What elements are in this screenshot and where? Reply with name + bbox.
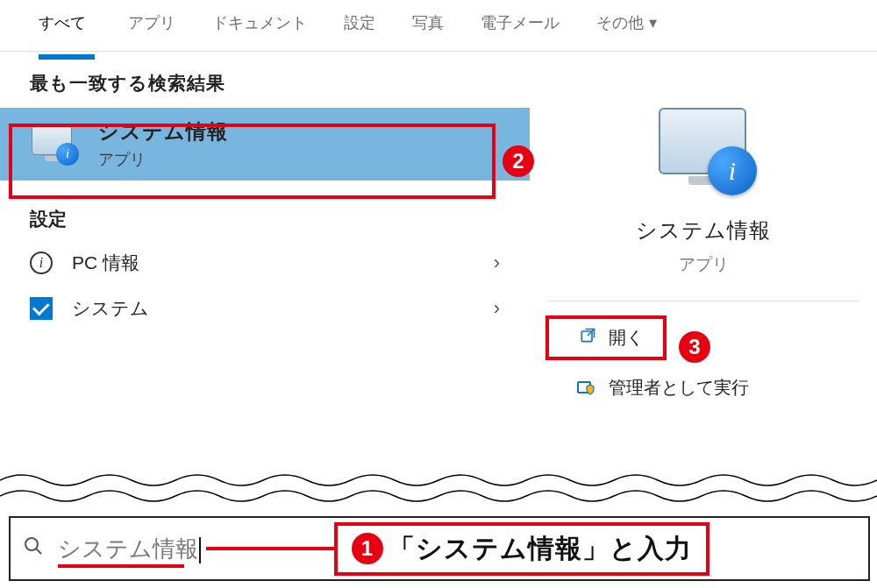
svg-point-2 xyxy=(25,538,38,550)
callout-connector-1 xyxy=(206,547,338,550)
text-caret xyxy=(199,537,201,563)
divider xyxy=(547,301,859,301)
search-icon xyxy=(23,535,44,562)
callout-underline-1 xyxy=(58,564,184,568)
best-match-subtitle: アプリ xyxy=(98,149,228,170)
best-match-item[interactable]: i システム情報 アプリ xyxy=(0,108,530,181)
callout-1: 1 xyxy=(352,533,383,564)
run-as-admin-action[interactable]: 管理者として実行 xyxy=(545,369,877,407)
callout-2: 2 xyxy=(503,145,534,177)
info-icon: i xyxy=(30,251,53,274)
preview-title: システム情報 xyxy=(530,216,877,244)
setting-label: PC 情報 xyxy=(72,251,139,275)
best-match-header: 最も一致する検索結果 xyxy=(0,71,530,108)
settings-header: 設定 xyxy=(0,181,530,240)
setting-item-pc-info[interactable]: i PC 情報 › xyxy=(0,240,530,286)
search-input[interactable]: システム情報 xyxy=(58,534,201,564)
system-info-icon: i xyxy=(30,122,75,167)
open-icon xyxy=(579,327,596,349)
system-info-large-icon: i xyxy=(655,104,752,201)
svg-line-3 xyxy=(36,549,41,554)
search-box[interactable]: システム情報 xyxy=(11,534,201,564)
results-pane: 最も一致する検索結果 i システム情報 アプリ 設定 i PC 情報 › xyxy=(0,52,530,462)
shield-admin-icon xyxy=(575,378,596,399)
open-action[interactable]: 開く xyxy=(545,315,667,360)
setting-label: システム xyxy=(72,296,149,321)
tab-more[interactable]: その他 ▾ xyxy=(596,12,657,49)
chevron-down-icon: ▾ xyxy=(649,13,657,32)
truncation-wave xyxy=(0,470,877,505)
preview-pane: i システム情報 アプリ 開く 3 管理者として実行 xyxy=(530,52,877,462)
instruction-callout-box: 1 「システム情報」と入力 xyxy=(334,522,709,576)
tab-apps[interactable]: アプリ xyxy=(128,12,175,49)
callout-3: 3 xyxy=(679,331,710,363)
preview-subtitle: アプリ xyxy=(530,253,877,276)
check-icon xyxy=(30,297,53,320)
tab-documents[interactable]: ドキュメント xyxy=(212,12,307,49)
setting-item-system[interactable]: システム › xyxy=(0,286,530,331)
open-label: 開く xyxy=(609,326,644,350)
instruction-text: 「システム情報」と入力 xyxy=(389,531,692,567)
chevron-right-icon: › xyxy=(494,251,500,274)
best-match-title: システム情報 xyxy=(98,118,228,145)
tab-photos[interactable]: 写真 xyxy=(412,12,444,49)
tab-all[interactable]: すべて xyxy=(39,12,91,49)
tab-email[interactable]: 電子メール xyxy=(481,12,560,49)
tab-more-label: その他 xyxy=(596,12,644,33)
search-value: システム情報 xyxy=(58,535,198,562)
chevron-right-icon: › xyxy=(494,297,500,320)
tab-settings[interactable]: 設定 xyxy=(344,12,375,49)
run-as-admin-label: 管理者として実行 xyxy=(609,376,749,400)
taskbar: システム情報 1 「システム情報」と入力 xyxy=(9,516,870,581)
